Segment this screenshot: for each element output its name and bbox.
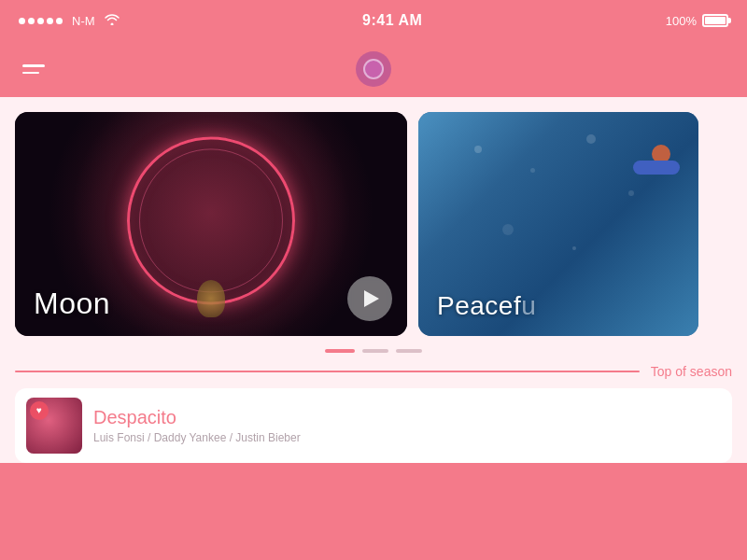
hamburger-line-1 <box>22 64 45 67</box>
song-list: ♥ Despacito Luis Fonsi / Daddy Yankee / … <box>0 388 747 463</box>
song-thumbnail: ♥ <box>26 398 82 454</box>
hamburger-menu[interactable] <box>22 64 45 74</box>
battery-fill <box>705 17 726 24</box>
logo-inner <box>363 59 384 79</box>
pagination <box>0 336 747 360</box>
bubble-1 <box>474 146 482 153</box>
carrier-label: N-M <box>72 14 95 28</box>
status-right: 100% <box>666 14 728 28</box>
song-title: Despacito <box>93 407 721 428</box>
top-season-line <box>15 371 640 372</box>
status-left: N-M <box>19 13 120 28</box>
song-item[interactable]: ♥ Despacito Luis Fonsi / Daddy Yankee / … <box>15 388 732 463</box>
song-artist: Luis Fonsi / Daddy Yankee / Justin Biebe… <box>93 431 721 444</box>
status-time: 9:41 AM <box>362 12 422 29</box>
cards-row: Moon <box>0 97 747 336</box>
card-peaceful-title: Peacefu <box>437 291 536 321</box>
battery-icon <box>702 14 728 27</box>
card-moon-title: Moon <box>34 287 110 321</box>
page-dot-1[interactable] <box>325 349 355 353</box>
swimmer-body <box>633 161 680 175</box>
play-icon <box>364 290 379 307</box>
signal-dot-2 <box>28 18 35 24</box>
play-button[interactable] <box>347 276 392 321</box>
signal-dot-3 <box>37 18 44 24</box>
card-moon[interactable]: Moon <box>15 112 407 336</box>
signal-dot-5 <box>56 18 63 24</box>
bubble-3 <box>586 134 596 144</box>
phone-frame: N-M 9:41 AM 100% <box>0 0 747 560</box>
top-season-label: Top of season <box>651 364 732 379</box>
page-dot-2[interactable] <box>362 349 388 353</box>
signal-dots <box>19 18 63 24</box>
app-logo[interactable] <box>356 51 391 87</box>
hamburger-line-2 <box>22 72 39 75</box>
bubble-6 <box>572 246 576 250</box>
status-bar: N-M 9:41 AM 100% <box>0 0 747 41</box>
signal-dot-4 <box>47 18 53 24</box>
song-info: Despacito Luis Fonsi / Daddy Yankee / Ju… <box>93 407 721 444</box>
app-header <box>0 41 747 97</box>
content-area: Moon <box>0 97 747 463</box>
figure-in-card <box>197 280 225 317</box>
heart-icon-wrap[interactable]: ♥ <box>30 401 49 420</box>
heart-icon: ♥ <box>36 406 42 415</box>
battery-percentage: 100% <box>666 14 697 28</box>
bubble-5 <box>502 224 514 235</box>
signal-dot-1 <box>19 18 25 24</box>
top-season-row: Top of season <box>0 360 747 388</box>
wifi-icon <box>105 13 120 28</box>
swimmer <box>624 140 680 196</box>
card-peaceful[interactable]: Peacefu <box>418 112 698 336</box>
bubble-2 <box>530 168 535 173</box>
page-dot-3[interactable] <box>396 349 422 353</box>
